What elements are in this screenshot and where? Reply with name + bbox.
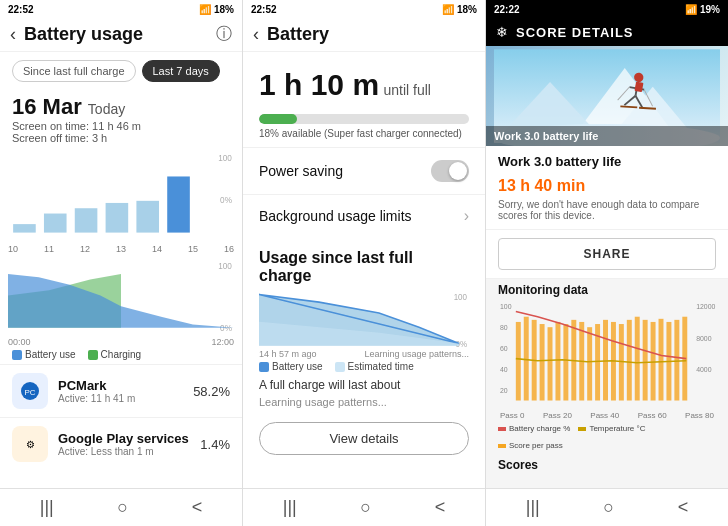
svg-text:8000: 8000 — [696, 335, 711, 343]
hero-label: Work 3.0 battery life — [486, 126, 728, 146]
time-hours: 1 h 10 m — [259, 68, 379, 101]
info-icon-1[interactable]: ⓘ — [216, 24, 232, 45]
mon-temp-dot — [578, 427, 586, 431]
google-play-icon: ⚙ — [12, 426, 48, 462]
google-play-info: Google Play services Active: Less than 1… — [58, 431, 190, 457]
header-1: ‹ Battery usage ⓘ — [0, 18, 242, 52]
app-item-pcmark[interactable]: PC PCMark Active: 11 h 41 m 58.2% — [0, 364, 242, 417]
battery-bar-inner — [259, 114, 297, 124]
toggle-knob — [449, 162, 467, 180]
view-details-button[interactable]: View details — [259, 422, 469, 455]
svg-rect-6 — [136, 201, 159, 233]
svg-rect-62 — [659, 319, 664, 401]
score-details-panel: 22:22 📶 19% ❄ SCORE DETAILS — [486, 0, 728, 526]
app-item-google-play[interactable]: ⚙ Google Play services Active: Less than… — [0, 417, 242, 470]
svg-rect-60 — [643, 320, 648, 401]
page-title-2: Battery — [267, 24, 475, 45]
monitoring-legend: Battery charge % Temperature °C Score pe… — [498, 424, 716, 450]
bg-limits-item[interactable]: Background usage limits › — [243, 194, 485, 237]
nav-back-3[interactable]: < — [678, 497, 689, 518]
status-time-2: 22:52 — [251, 4, 277, 15]
score-sorry-text: Sorry, we don't have enough data to comp… — [498, 199, 716, 221]
score-title-row: Work 3.0 battery life 13 h 40 min — [498, 154, 716, 195]
status-bar-2: 22:52 📶 18% — [243, 0, 485, 18]
screen-on-text: Screen on time: 11 h 46 m — [12, 120, 230, 132]
svg-text:4000: 4000 — [696, 366, 711, 374]
filter-since-last[interactable]: Since last full charge — [12, 60, 136, 82]
status-time-1: 22:52 — [8, 4, 34, 15]
nav-back-1[interactable]: < — [192, 497, 203, 518]
status-right-3: 📶 19% — [685, 4, 720, 15]
area-chart-svg: 100 0% — [8, 258, 234, 333]
usage-battery-dot — [259, 362, 269, 372]
battery-legend-dot — [12, 350, 22, 360]
battery-bar-outer — [259, 114, 469, 124]
back-button-2[interactable]: ‹ — [253, 24, 259, 45]
svg-text:100: 100 — [218, 152, 232, 162]
time-until: until full — [384, 82, 431, 98]
page-title-1: Battery usage — [24, 24, 216, 45]
svg-rect-47 — [540, 324, 545, 400]
header-2: ‹ Battery — [243, 18, 485, 52]
power-saving-toggle[interactable] — [431, 160, 469, 182]
svg-text:100: 100 — [218, 261, 232, 271]
bottom-nav-2: ||| ○ < — [243, 488, 485, 526]
svg-rect-64 — [674, 320, 679, 401]
battery-panel: 22:52 📶 18% ‹ Battery 1 h 10 m until ful… — [243, 0, 486, 526]
svg-rect-61 — [651, 322, 656, 401]
nav-menu-1[interactable]: ||| — [40, 497, 54, 518]
nav-home-1[interactable]: ○ — [117, 497, 128, 518]
filter-last-7-days[interactable]: Last 7 days — [142, 60, 220, 82]
svg-rect-50 — [563, 324, 568, 400]
power-saving-item[interactable]: Power saving — [243, 147, 485, 194]
nav-menu-3[interactable]: ||| — [526, 497, 540, 518]
score-header-title: SCORE DETAILS — [516, 25, 634, 40]
status-bar-1: 22:52 📶 18% — [0, 0, 242, 18]
svg-rect-48 — [548, 327, 553, 400]
share-section: SHARE — [486, 230, 728, 279]
avail-text: 18% available (Super fast charger connec… — [243, 128, 485, 147]
time-display: 1 h 10 m until full — [243, 52, 485, 106]
svg-text:60: 60 — [500, 345, 508, 353]
monitoring-section: Monitoring data 100 80 60 40 20 12000 80… — [486, 279, 728, 454]
mon-battery-dot — [498, 427, 506, 431]
usage-legend-est: Estimated time — [335, 361, 414, 372]
status-right-1: 📶 18% — [199, 4, 234, 15]
nav-menu-2[interactable]: ||| — [283, 497, 297, 518]
mon-legend-battery: Battery charge % — [498, 424, 570, 433]
nav-home-2[interactable]: ○ — [360, 497, 371, 518]
chart2-time-labels: 00:00 12:00 — [0, 337, 242, 347]
monitoring-title: Monitoring data — [498, 283, 716, 297]
score-detail-section: Work 3.0 battery life 13 h 40 min Sorry,… — [486, 146, 728, 230]
charging-legend-dot — [88, 350, 98, 360]
usage-chart-labels: 14 h 57 m ago Learning usage patterns... — [243, 349, 485, 359]
bg-limits-label: Background usage limits — [259, 208, 464, 224]
svg-rect-44 — [516, 322, 521, 401]
nav-back-2[interactable]: < — [435, 497, 446, 518]
svg-text:0%: 0% — [220, 323, 232, 333]
back-button-1[interactable]: ‹ — [10, 24, 16, 45]
svg-text:100: 100 — [454, 292, 468, 302]
svg-rect-35 — [634, 82, 643, 92]
share-button[interactable]: SHARE — [498, 238, 716, 270]
usage-chart-svg: 100 0% — [259, 289, 469, 349]
usage-est-dot — [335, 362, 345, 372]
svg-rect-5 — [106, 203, 129, 233]
nav-home-3[interactable]: ○ — [603, 497, 614, 518]
chart-legend: Battery use Charging — [0, 347, 242, 364]
svg-text:20: 20 — [500, 387, 508, 395]
status-right-2: 📶 18% — [442, 4, 477, 15]
svg-text:PC: PC — [24, 388, 35, 397]
bottom-nav-3: ||| ○ < — [486, 488, 728, 526]
date-heading: 16 Mar Today — [12, 94, 125, 119]
score-title: Work 3.0 battery life — [498, 154, 621, 169]
status-bar-3: 22:22 📶 19% — [486, 0, 728, 18]
svg-rect-59 — [635, 317, 640, 401]
legend-charging: Charging — [88, 349, 142, 360]
svg-rect-58 — [627, 320, 632, 401]
full-charge-text: A full charge will last about — [243, 374, 485, 396]
svg-text:100: 100 — [500, 303, 512, 311]
full-charge-sub: Learning usage patterns... — [243, 396, 485, 414]
battery-usage-panel: 22:52 📶 18% ‹ Battery usage ⓘ Since last… — [0, 0, 243, 526]
svg-text:12000: 12000 — [696, 303, 715, 311]
